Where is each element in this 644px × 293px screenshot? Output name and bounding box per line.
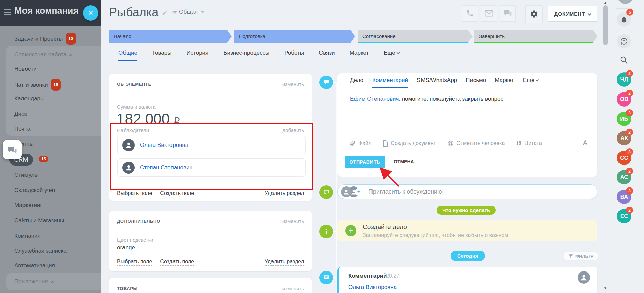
document-icon (383, 140, 388, 146)
watcher-name-link[interactable]: Степан Степанович (140, 164, 192, 171)
sidebar-item-company[interactable]: Компания (14, 231, 41, 241)
tab-robots[interactable]: Роботы (284, 50, 304, 61)
right-rail: 5 ЧД 2 ОВ 2 ИБ 3 АК 2 СС 3 АС 2 ВА 3 ЕС … (610, 0, 644, 293)
watchers-label: Наблюдатели (117, 127, 149, 133)
sidebar-item-memo[interactable]: Служебная записка (14, 246, 67, 256)
tab-history[interactable]: История (186, 50, 208, 61)
stage-color-bar (358, 42, 473, 43)
invite-to-discussion-bar[interactable]: + Пригласить к обсуждению (337, 184, 597, 199)
composer-tab-more[interactable]: Еще (523, 73, 538, 88)
comment-author-link[interactable]: Ольга Викторовна (348, 284, 397, 291)
planner-button[interactable] (617, 34, 631, 48)
pipeline-selector[interactable]: Общая (179, 9, 198, 16)
user-unread-badge: 3 (626, 109, 633, 116)
scrollbar-thumb[interactable] (603, 5, 608, 45)
mention-person-button[interactable]: @ Отметить человека (447, 140, 505, 147)
scroll-up-icon[interactable]: ▲ (604, 1, 607, 4)
paperclip-icon (350, 141, 356, 146)
user-unread-badge: 2 (626, 90, 633, 97)
stage-start[interactable]: Начало (109, 30, 232, 43)
quote-icon (516, 141, 522, 145)
stage-preparation[interactable]: Подготовка (234, 30, 355, 43)
composer-tab-market[interactable]: Маркет (495, 73, 514, 88)
composer-tab-comment[interactable]: Комментарий (372, 73, 408, 88)
create-task-hint[interactable]: + Создайте дело Запланируйте следующий ш… (337, 220, 597, 241)
highlight-color-value: orange (117, 244, 135, 251)
amount-label: Сумма и валюта (117, 104, 156, 110)
highlight-color-label: Цвет подсветки (117, 237, 153, 243)
sidebar-item-tasks[interactable]: Задачи и Проекты10 (14, 33, 76, 43)
sidebar-item-marketing[interactable]: Маркетинг (14, 200, 42, 210)
sidebar-item-calendar[interactable]: Календарь (14, 94, 43, 104)
currency-symbol: ₽ (174, 116, 180, 126)
edit-link[interactable]: изменить (282, 81, 304, 87)
call-button[interactable] (462, 5, 478, 22)
hint-title: Создайте дело (363, 223, 407, 231)
composer-tab-task[interactable]: Дело (350, 73, 363, 88)
comment-entry-time: 20:27 (386, 273, 399, 279)
composer-tab-letter[interactable]: Письмо (466, 73, 486, 88)
comment-input[interactable]: Ефим Степанович, помогите, пожалуйста за… (350, 95, 587, 102)
tab-links[interactable]: Связи (319, 50, 335, 61)
delete-section-link[interactable]: Удалить раздел (265, 190, 304, 197)
sidebar-item-incentives[interactable]: Стимулы (14, 170, 39, 180)
edit-link[interactable]: изменить (282, 218, 304, 224)
comment-node-icon (319, 76, 333, 89)
settings-button[interactable] (525, 5, 543, 23)
about-element-card: ОБ ЭЛЕМЕНТЕ изменить Сумма и валюта 182 … (109, 74, 312, 201)
mention-link[interactable]: Ефим Степанович, (350, 96, 400, 102)
create-field-link[interactable]: Создать поле (160, 190, 194, 197)
stage-approval[interactable]: Согласование (358, 30, 473, 43)
user-avatar-icon (122, 162, 135, 174)
search-icon (620, 56, 628, 65)
sidebar-item-sites[interactable]: Сайты и Магазины (14, 216, 64, 226)
chevron-down-icon (396, 51, 400, 54)
tab-business-processes[interactable]: Бизнес-процессы (223, 50, 269, 61)
add-watcher-link[interactable]: добавить (282, 127, 304, 133)
font-settings-button[interactable]: А (583, 139, 587, 147)
sidebar-item-inventory[interactable]: Складской учёт (14, 185, 56, 195)
scrollbar[interactable]: ▲ ▼ (602, 0, 609, 293)
divider (337, 88, 597, 88)
timeline-connector (333, 192, 338, 192)
create-document-button[interactable]: Создать документ (383, 140, 436, 146)
document-button[interactable]: ДОКУМЕНТ (548, 6, 597, 22)
quote-button[interactable]: Цитата (516, 140, 542, 146)
hamburger-menu-icon[interactable] (4, 9, 11, 16)
composer-tab-sms[interactable]: SMS/WhatsApp (417, 73, 457, 88)
sidebar-item-chat-calls[interactable]: Чат и звонки19 (14, 79, 61, 89)
sidebar-item-apps[interactable]: Приложения (14, 277, 53, 287)
tab-general[interactable]: Общие (118, 50, 137, 61)
sidebar-item-automation[interactable]: Автоматизация (14, 261, 55, 271)
tab-more[interactable]: Еще (384, 50, 399, 61)
cancel-button[interactable]: ОТМЕНА (394, 159, 414, 164)
chat-widget-button[interactable] (3, 140, 22, 159)
close-menu-button[interactable]: × (83, 5, 98, 21)
edit-title-icon[interactable] (162, 10, 167, 15)
select-field-link[interactable]: Выбрать поле (117, 259, 152, 266)
tab-products[interactable]: Товары (152, 50, 171, 61)
tab-market[interactable]: Маркет (350, 50, 369, 61)
sidebar-item-mail[interactable]: Почта (14, 124, 30, 134)
search-button[interactable] (620, 56, 628, 65)
stage-finish[interactable]: Завершить (474, 30, 597, 43)
create-field-link[interactable]: Создать поле (160, 259, 194, 266)
send-button[interactable]: ОТПРАВИТЬ (345, 156, 385, 168)
scroll-down-icon[interactable]: ▼ (604, 286, 607, 290)
watcher-name-link[interactable]: Ольга Викторовна (140, 142, 188, 149)
edit-link[interactable]: изменить (282, 286, 304, 291)
composer-tabs: Дело Комментарий SMS/WhatsApp Письмо Мар… (350, 73, 538, 88)
sidebar-item-collaboration[interactable]: Совместная работа (14, 50, 72, 60)
stage-color-bar (474, 42, 597, 43)
sidebar-item-news[interactable]: Новости (14, 64, 37, 74)
attach-file-button[interactable]: Файл (350, 140, 371, 146)
email-button[interactable] (481, 5, 497, 22)
sidebar-item-disk[interactable]: Диск (14, 109, 27, 119)
delete-section-link[interactable]: Удалить раздел (265, 259, 304, 266)
top-avatar-partial[interactable] (617, 0, 633, 4)
filter-button[interactable]: ФИЛЬТР (563, 251, 598, 261)
chat-button[interactable] (500, 5, 516, 22)
add-participant-icon[interactable]: + (355, 188, 363, 196)
select-field-link[interactable]: Выбрать поле (117, 190, 152, 197)
field-actions: Выбрать поле Создать поле (117, 259, 194, 266)
